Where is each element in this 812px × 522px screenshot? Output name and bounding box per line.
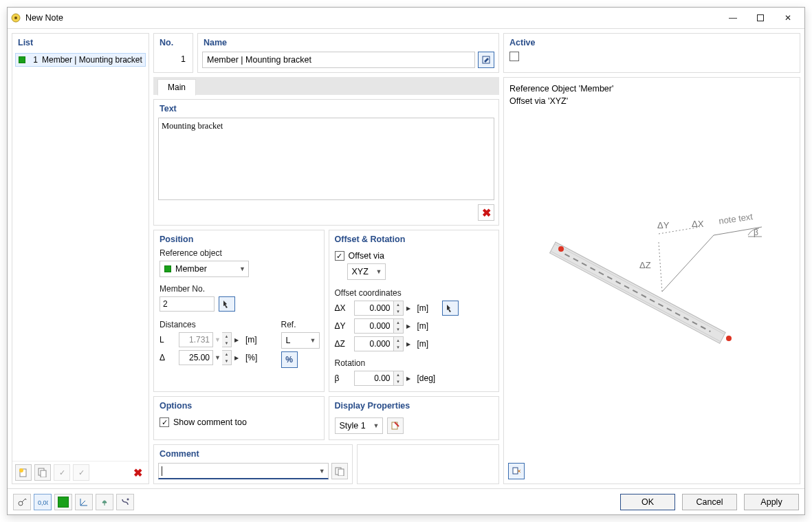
list-item[interactable]: 1 Member | Mounting bracket [15, 53, 146, 67]
list-item-label: Member | Mounting bracket [42, 55, 142, 65]
svg-point-4 [19, 468, 23, 472]
show-comment-label: Show comment too [173, 417, 247, 427]
dy-unit: [m] [417, 321, 438, 331]
ref-object-label: Reference object [154, 248, 324, 259]
name-header: Name [198, 34, 498, 52]
percent-toggle[interactable]: % [281, 351, 298, 368]
distance-d-unit: [%] [245, 353, 266, 362]
distance-l-unit: [m] [245, 335, 266, 345]
units-button[interactable]: 0,00 [34, 494, 52, 510]
active-checkbox[interactable] [509, 52, 519, 61]
list-panel: List 1 Member | Mounting bracket ✓ ✓ ✖ [12, 33, 149, 484]
apply-button[interactable]: Apply [744, 494, 799, 510]
minimize-button[interactable]: — [719, 8, 747, 28]
ref-label: Ref. [276, 320, 324, 331]
comment-header: Comment [154, 445, 352, 463]
app-icon [10, 12, 21, 23]
chevron-down-icon: ▼ [213, 354, 222, 361]
svg-rect-2 [758, 15, 764, 21]
text-input[interactable]: Mounting bracket [158, 118, 494, 200]
window-title: New Note [25, 13, 719, 23]
pick-member-button[interactable] [219, 296, 235, 312]
name-input[interactable] [202, 52, 475, 68]
svg-line-17 [662, 235, 714, 292]
dx-input[interactable]: ▲▼ ▶ [354, 301, 413, 316]
clear-text-button[interactable]: ✖ [478, 204, 494, 221]
text-header: Text [154, 100, 498, 118]
close-button[interactable]: ✕ [774, 8, 802, 28]
comment-panel: Comment ▼ [153, 444, 353, 484]
tab-main[interactable]: Main [157, 79, 196, 96]
chevron-down-icon: ▼ [376, 268, 382, 275]
ref-select[interactable]: L ▼ [281, 332, 320, 349]
dx-label: ΔX [335, 303, 350, 313]
offset-panel: Offset & Rotation ✓ Offset via XYZ ▼ [329, 230, 500, 392]
list-body: 1 Member | Mounting bracket [12, 52, 149, 461]
offset-mode-select[interactable]: XYZ ▼ [347, 263, 386, 280]
dz-annot: ΔZ [639, 260, 651, 270]
ref-object-select[interactable]: Member ▼ [160, 261, 249, 277]
paste-comment-button[interactable] [331, 463, 348, 479]
distance-d-label: Δ [160, 353, 175, 362]
color-square [19, 56, 25, 63]
comment-input[interactable]: ▼ [158, 463, 329, 479]
axis-button[interactable] [75, 494, 93, 510]
delete-item-button[interactable]: ✖ [129, 464, 146, 481]
ok-button[interactable]: OK [620, 494, 675, 510]
svg-point-1 [14, 17, 17, 19]
new-note-dialog: New Note — ✕ List 1 Member | Mounting br… [7, 7, 805, 515]
check-down-button[interactable]: ✓ [54, 464, 70, 481]
pick-offset-button[interactable] [442, 301, 459, 316]
tree-button[interactable] [96, 494, 113, 510]
note-text-label: note text [718, 211, 754, 226]
display-header: Display Properties [329, 397, 499, 415]
check-up-button[interactable]: ✓ [73, 464, 89, 481]
options-header: Options [154, 397, 324, 415]
list-header: List [12, 34, 149, 52]
beta-input[interactable]: ▲▼ ▶ [354, 371, 413, 386]
svg-point-23 [127, 498, 129, 500]
chevron-down-icon: ▼ [373, 422, 380, 429]
member-no-input[interactable] [160, 296, 215, 312]
no-header: No. [154, 34, 193, 52]
beta-label: β [335, 373, 350, 383]
svg-rect-11 [550, 242, 726, 343]
style-value: Style 1 [340, 421, 366, 431]
style-select[interactable]: Style 1 ▼ [335, 417, 383, 434]
name-panel: Name [197, 33, 499, 73]
offset-via-checkbox[interactable]: ✓ [335, 251, 344, 261]
beta-unit: [deg] [417, 373, 445, 383]
svg-text:0,00: 0,00 [38, 499, 48, 506]
dy-annot: ΔY [657, 220, 670, 230]
duplicate-item-button[interactable] [34, 464, 51, 481]
active-panel: Active [503, 33, 800, 73]
new-item-button[interactable] [15, 464, 32, 481]
chevron-down-icon: ▼ [213, 336, 222, 343]
rename-button[interactable] [478, 52, 494, 68]
distance-d-input[interactable]: ▼ ▲▼ ▶ [179, 350, 241, 365]
show-comment-checkbox[interactable]: ✓ [160, 417, 169, 427]
options-panel: Options ✓ Show comment too [153, 396, 325, 440]
distance-l-input[interactable]: ▼ ▲▼ ▶ [179, 332, 241, 347]
offset-via-label: Offset via [349, 251, 385, 261]
rotation-label: Rotation [329, 353, 499, 369]
dy-input[interactable]: ▲▼ ▶ [354, 318, 413, 334]
maximize-button[interactable] [747, 8, 774, 28]
dz-input[interactable]: ▲▼ ▶ [354, 336, 413, 351]
copy-diagram-button[interactable] [508, 463, 525, 479]
cancel-button[interactable]: Cancel [682, 494, 737, 510]
info-panel: Reference Object 'Member' Offset via 'XY… [503, 77, 800, 484]
edit-style-button[interactable] [387, 417, 404, 434]
diagram: ΔZ ΔY ΔX note text [504, 107, 800, 459]
dy-label: ΔY [335, 321, 350, 331]
position-header: Position [154, 230, 324, 248]
key-button[interactable] [13, 494, 31, 510]
chevron-down-icon: ▼ [319, 468, 325, 475]
color-button[interactable] [54, 494, 72, 510]
beta-annot: β [754, 228, 758, 237]
list-toolbar: ✓ ✓ ✖ [12, 461, 149, 483]
svg-point-15 [558, 246, 564, 252]
script-button[interactable] [116, 494, 134, 510]
info-line-1: Reference Object 'Member' [509, 83, 794, 96]
offset-mode-value: XYZ [352, 267, 369, 276]
